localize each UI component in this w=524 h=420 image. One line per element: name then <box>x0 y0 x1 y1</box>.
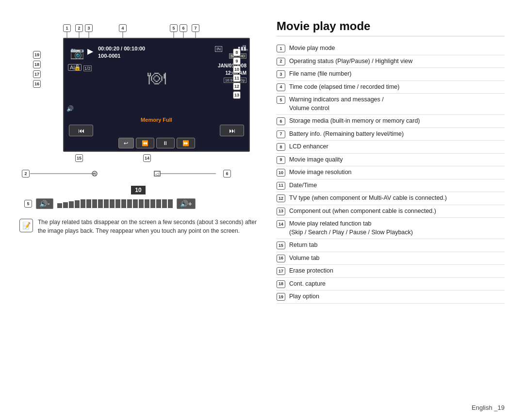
in-badge: IN <box>215 46 222 52</box>
list-item: 3File name (file number) <box>277 68 505 81</box>
item-number: 8 <box>277 143 285 151</box>
volume-bars <box>57 199 173 208</box>
list-item: 12TV type (when component or Multi-AV ca… <box>277 192 505 205</box>
item-number: 12 <box>277 194 285 202</box>
vol-bar-12 <box>121 199 126 208</box>
list-item: 6Storage media (built-in memory or memor… <box>277 115 505 128</box>
label-10: 10 <box>233 65 241 73</box>
item-number: 5 <box>277 96 285 104</box>
item-number: 1 <box>277 45 285 52</box>
return-btn[interactable]: ↩ <box>118 138 134 148</box>
label-14: 14 <box>143 154 151 162</box>
vol-bar-2 <box>63 202 68 208</box>
item-description: Movie image resolution <box>289 168 505 177</box>
vol-plus-btn[interactable]: 🔊+ <box>177 198 196 209</box>
lock-icon: 🔒 <box>74 64 81 71</box>
vol-bar-18 <box>156 199 161 208</box>
list-item: 13Component out (when component cable is… <box>277 205 505 218</box>
item-number: 19 <box>277 293 285 301</box>
skip-back-btn[interactable]: ⏮ <box>69 125 93 136</box>
item-number: 3 <box>277 70 285 78</box>
list-item: 8LCD enhancer <box>277 141 505 154</box>
vol-bar-9 <box>104 199 109 208</box>
item-description: Component out (when component cable is c… <box>289 207 505 216</box>
label-5-lower: 5 <box>24 200 32 208</box>
vol-bar-8 <box>98 199 103 208</box>
file-number-display: 100-0001 <box>98 53 121 59</box>
memory-full-text: Memory Full <box>141 117 172 123</box>
annotation-lines-top <box>19 24 243 39</box>
svg-text:R: R <box>93 172 97 177</box>
list-item: 7Battery info. (Remaining battery level/… <box>277 128 505 141</box>
camera-icon: 📷 <box>70 46 84 60</box>
vol-bar-16 <box>145 199 149 208</box>
item-description: Cont. capture <box>289 280 505 289</box>
label-12: 12 <box>233 82 241 90</box>
vol-bar-15 <box>139 199 144 208</box>
item-number: 4 <box>277 83 285 91</box>
item-number: 15 <box>277 242 285 249</box>
onehalf-badge: 1/2 <box>83 65 92 71</box>
list-item: 16Volume tab <box>277 252 505 265</box>
item-list: 1Movie play mode2Operating status (Play/… <box>277 42 505 304</box>
item-description: Operating status (Play/Pause) / Highligh… <box>289 57 505 66</box>
item-number: 2 <box>277 58 285 65</box>
svg-text:◁: ◁ <box>155 172 159 177</box>
vol-bar-4 <box>75 200 80 208</box>
note-box: 📝 The play related tabs disappear on the… <box>19 218 257 235</box>
play-icon: ▶ <box>87 47 93 56</box>
vol-bar-11 <box>115 199 120 208</box>
item-description: Date/Time <box>289 181 505 190</box>
item-description: Erase protection <box>289 267 505 275</box>
list-item: 14Movie play related function tab (Skip … <box>277 218 505 239</box>
label-10-box: 10 <box>131 186 145 194</box>
list-item: 15Return tab <box>277 239 505 252</box>
label-18: 18 <box>33 61 41 68</box>
camera-screen: 📷 ▶ 00:00:20 / 00:10:00 100-0001 ALL IN … <box>63 38 250 152</box>
left-column: 1 2 3 4 5 6 7 📷 ▶ <box>19 15 257 405</box>
list-item: 11Date/Time <box>277 179 505 193</box>
list-item: 18Cont. capture <box>277 278 505 291</box>
note-icon: 📝 <box>19 219 33 232</box>
battery-min-label: 89Min <box>243 45 248 51</box>
pause-btn[interactable]: ⏸ <box>156 138 175 148</box>
vol-bar-10 <box>110 199 115 208</box>
label-16: 16 <box>33 80 41 88</box>
item-number: 11 <box>277 182 285 190</box>
line-2-6: R ◁ <box>19 167 238 182</box>
item-description: LCD enhancer <box>289 143 505 151</box>
item-description: Battery info. (Remaining battery level/t… <box>289 130 505 139</box>
fast-forward-btn[interactable]: ⏩ <box>177 138 195 148</box>
date-display: JAN/01/2008 <box>218 63 246 68</box>
list-item: 4Time code (elapsed time / recorded time… <box>277 81 505 94</box>
rewind-btn[interactable]: ⏪ <box>136 138 154 148</box>
label-13: 13 <box>233 91 241 99</box>
vol-minus-btn[interactable]: 🔊- <box>36 198 53 209</box>
item-description: TV type (when component or Multi-AV cabl… <box>289 194 505 203</box>
item-number: 17 <box>277 267 285 275</box>
vol-bar-19 <box>162 199 167 208</box>
list-item: 1Movie play mode <box>277 42 505 55</box>
vol-bar-7 <box>92 199 97 208</box>
item-description: File name (file number) <box>289 70 505 79</box>
item-number: 10 <box>277 169 285 177</box>
page-footer: English _19 <box>472 404 505 411</box>
label-6-lower: 6 <box>223 170 231 178</box>
vol-bar-20 <box>168 199 173 208</box>
item-description: Play option <box>289 292 505 301</box>
skip-forward-btn[interactable]: ⏭ <box>220 125 244 136</box>
item-description: Movie play related function tab (Skip / … <box>289 220 505 237</box>
vol-bar-13 <box>127 199 132 208</box>
page: 1 2 3 4 5 6 7 📷 ▶ <box>0 0 524 420</box>
timecode-display: 00:00:20 / 00:10:00 <box>98 46 145 51</box>
note-text: The play related tabs disappear on the s… <box>38 218 257 235</box>
skip-controls: ⏮ ⏭ <box>64 125 249 136</box>
label-10-box-wrapper: 10 <box>19 186 257 194</box>
label-17: 17 <box>33 70 41 78</box>
item-number: 6 <box>277 117 285 125</box>
label-11: 11 <box>233 74 241 82</box>
vol-bar-14 <box>133 199 138 208</box>
ratio-badge: 16:9 <box>224 78 234 83</box>
label-19: 19 <box>33 51 41 59</box>
vol-bar-5 <box>81 199 85 208</box>
